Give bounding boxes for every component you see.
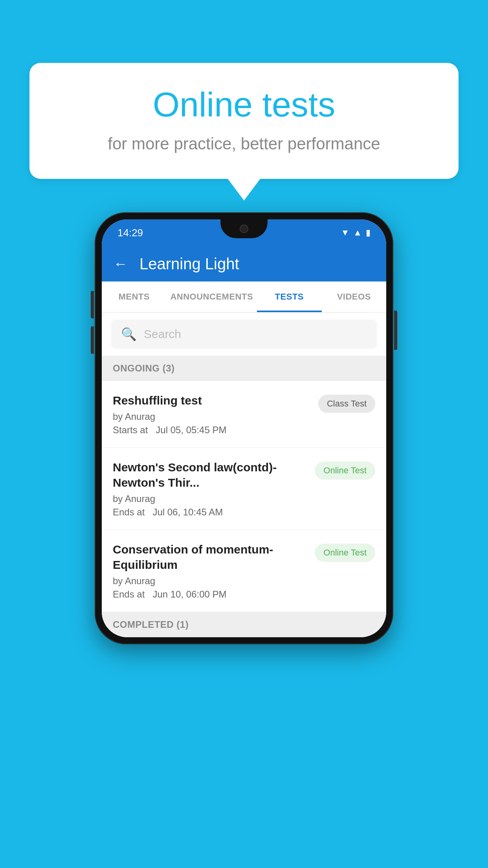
search-box[interactable]: 🔍 Search bbox=[111, 320, 377, 349]
test-badge-online-test-2: Online Test bbox=[315, 544, 375, 562]
tab-announcements[interactable]: ANNOUNCEMENTS bbox=[166, 281, 257, 312]
phone-frame: 14:29 ▼ ▲ ▮ ← Learning Light MENTS ANNOU… bbox=[95, 212, 393, 644]
speech-bubble: Online tests for more practice, better p… bbox=[29, 63, 459, 179]
tab-tests[interactable]: TESTS bbox=[257, 281, 321, 312]
test-badge-class-test: Class Test bbox=[318, 395, 375, 413]
status-bar: 14:29 ▼ ▲ ▮ bbox=[102, 219, 386, 246]
test-name: Conservation of momentum-Equilibrium bbox=[113, 542, 307, 572]
battery-icon: ▮ bbox=[366, 228, 371, 238]
ongoing-section-header: ONGOING (3) bbox=[102, 356, 386, 381]
test-info: Reshuffling test by Anurag Starts at Jul… bbox=[113, 393, 310, 436]
completed-section-header: COMPLETED (1) bbox=[102, 612, 386, 637]
status-icons: ▼ ▲ ▮ bbox=[341, 228, 371, 238]
power-button[interactable] bbox=[394, 311, 397, 350]
completed-label: COMPLETED (1) bbox=[113, 619, 189, 630]
app-title: Learning Light bbox=[139, 255, 239, 273]
test-item[interactable]: Conservation of momentum-Equilibrium by … bbox=[102, 530, 386, 612]
test-author: by Anurag bbox=[113, 576, 307, 587]
wifi-icon: ▼ bbox=[341, 228, 349, 238]
test-author: by Anurag bbox=[113, 493, 307, 504]
search-input[interactable]: Search bbox=[144, 327, 181, 341]
test-info: Conservation of momentum-Equilibrium by … bbox=[113, 542, 307, 600]
test-info: Newton's Second law(contd)-Newton's Thir… bbox=[113, 460, 307, 518]
bubble-title: Online tests bbox=[53, 85, 435, 125]
phone-screen: 14:29 ▼ ▲ ▮ ← Learning Light MENTS ANNOU… bbox=[102, 219, 386, 637]
tabs-bar: MENTS ANNOUNCEMENTS TESTS VIDEOS bbox=[102, 281, 386, 313]
phone-wrapper: 14:29 ▼ ▲ ▮ ← Learning Light MENTS ANNOU… bbox=[95, 212, 393, 644]
test-name: Newton's Second law(contd)-Newton's Thir… bbox=[113, 460, 307, 490]
test-date: Ends at Jul 06, 10:45 AM bbox=[113, 507, 307, 518]
status-time: 14:29 bbox=[117, 227, 143, 239]
notch bbox=[220, 219, 268, 238]
bubble-subtitle: for more practice, better performance bbox=[53, 134, 435, 153]
test-date: Ends at Jun 10, 06:00 PM bbox=[113, 589, 307, 600]
tests-list: Reshuffling test by Anurag Starts at Jul… bbox=[102, 381, 386, 612]
search-container: 🔍 Search bbox=[102, 313, 386, 356]
tab-ments[interactable]: MENTS bbox=[102, 281, 166, 312]
front-camera bbox=[240, 224, 248, 233]
app-header: ← Learning Light bbox=[102, 246, 386, 281]
signal-icon: ▲ bbox=[353, 228, 362, 238]
search-icon: 🔍 bbox=[121, 327, 137, 342]
volume-up-button[interactable] bbox=[91, 291, 94, 318]
test-date: Starts at Jul 05, 05:45 PM bbox=[113, 425, 310, 436]
tab-videos[interactable]: VIDEOS bbox=[322, 281, 386, 312]
test-item[interactable]: Newton's Second law(contd)-Newton's Thir… bbox=[102, 448, 386, 530]
ongoing-label: ONGOING (3) bbox=[113, 363, 175, 373]
test-author: by Anurag bbox=[113, 411, 310, 422]
test-badge-online-test: Online Test bbox=[315, 462, 375, 480]
test-item[interactable]: Reshuffling test by Anurag Starts at Jul… bbox=[102, 381, 386, 448]
volume-down-button[interactable] bbox=[91, 326, 94, 354]
test-name: Reshuffling test bbox=[113, 393, 310, 408]
back-button[interactable]: ← bbox=[114, 256, 128, 272]
